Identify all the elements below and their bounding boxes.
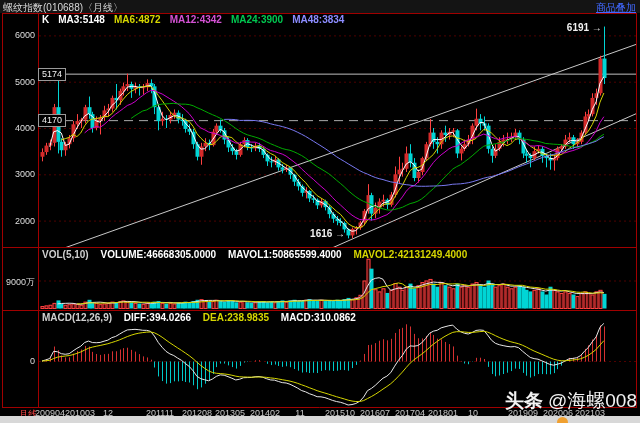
- volume-indicator-header: VOL(5,10) VOLUME:46668305.0000 MAVOL1:50…: [42, 249, 476, 260]
- legend-item: MA48:3834: [292, 14, 344, 25]
- kline-ma-legend: KMA3:5148MA6:4872MA12:4342MA24:3900MA48:…: [42, 14, 353, 25]
- macd-value: MACD:310.0862: [281, 312, 356, 323]
- price-axis-label: 6000: [0, 30, 35, 40]
- diff-value: DIFF:394.0266: [124, 312, 191, 323]
- macd-param-label: MACD(12,26,9): [42, 312, 112, 323]
- price-level-marker[interactable]: 5174: [38, 68, 66, 81]
- watermark-brand: 头条: [505, 390, 543, 411]
- vol-param-label: VOL(5,10): [42, 249, 89, 260]
- legend-item: MA24:3900: [231, 14, 283, 25]
- macd-indicator-header: MACD(12,26,9) DIFF:394.0266 DEA:238.9835…: [42, 312, 365, 323]
- high-price-annotation: 6191 →: [567, 21, 602, 32]
- price-axis-label: 3000: [0, 169, 35, 179]
- low-price-annotation: 1616 →: [310, 228, 345, 239]
- mavol2-value: MAVOL2:42131249.4000: [353, 249, 467, 260]
- kline-app: 螺纹指数(010688)〈月线〉 商品叠加 KMA3:5148MA6:4872M…: [0, 0, 640, 423]
- price-level-marker[interactable]: 4170: [38, 114, 66, 127]
- dea-value: DEA:238.9835: [203, 312, 269, 323]
- legend-item: K: [42, 14, 49, 25]
- macd-zero-label: 0: [0, 356, 35, 366]
- legend-item: MA12:4342: [170, 14, 222, 25]
- price-axis-label: 2000: [0, 216, 35, 226]
- mavol1-value: MAVOL1:50865599.4000: [228, 249, 342, 260]
- volume-value: VOLUME:46668305.0000: [100, 249, 216, 260]
- kline-chart-canvas[interactable]: [0, 0, 640, 423]
- price-axis-label: 5000: [0, 77, 35, 87]
- volume-axis-label: 9000万: [0, 276, 35, 289]
- bottom-strip-logo-dot: [557, 417, 568, 423]
- title-bar: 螺纹指数(010688)〈月线〉 商品叠加: [0, 0, 640, 13]
- commodity-overlay-link[interactable]: 商品叠加: [596, 1, 636, 15]
- bottom-strip: [0, 416, 640, 423]
- price-axis-label: 4000: [0, 123, 35, 133]
- legend-item: MA3:5148: [58, 14, 105, 25]
- instrument-title: 螺纹指数(010688)〈月线〉: [3, 1, 123, 15]
- legend-item: MA6:4872: [114, 14, 161, 25]
- watermark: 头条@海螺008: [505, 388, 637, 414]
- watermark-user: @海螺008: [548, 390, 637, 411]
